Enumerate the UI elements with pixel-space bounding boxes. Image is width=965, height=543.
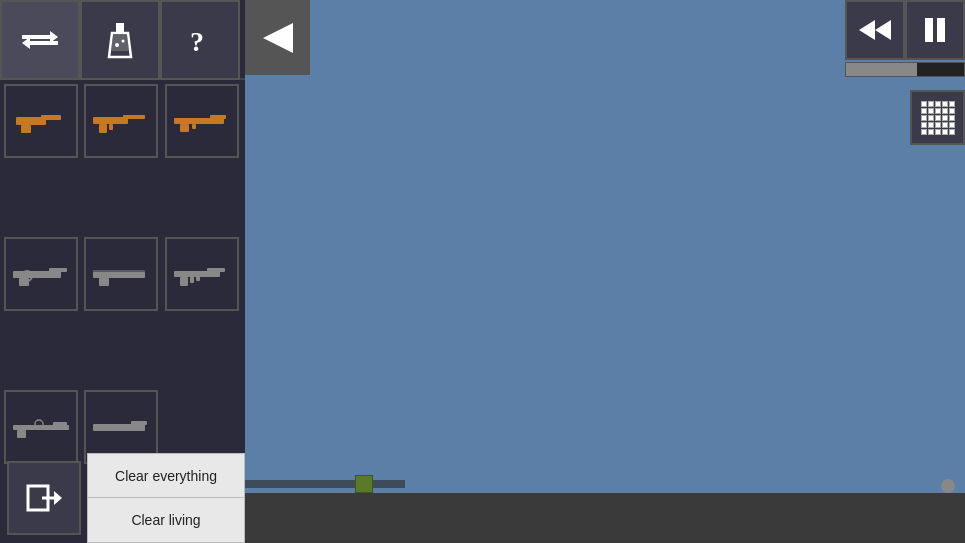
svg-rect-15 [99,124,107,133]
weapon-cell-rifle[interactable] [165,84,239,158]
game-character [355,475,373,493]
weapon-cell-pistol[interactable] [4,84,78,158]
svg-rect-14 [123,115,145,119]
svg-rect-12 [21,125,31,133]
svg-rect-44 [937,18,945,42]
svg-rect-2 [30,41,58,45]
ground-object-line [245,480,405,488]
weapon-cell-shotgun[interactable] [84,237,158,311]
progress-bar[interactable] [845,62,965,77]
svg-point-7 [115,43,119,47]
svg-rect-31 [190,276,194,283]
progress-bar-fill [846,63,917,76]
svg-rect-0 [22,35,50,39]
exit-button[interactable] [7,461,81,535]
weapon-cell-lmg[interactable] [4,237,78,311]
context-menu: Clear everything Clear living [87,453,245,543]
svg-rect-38 [131,421,147,425]
rewind-button[interactable] [845,0,905,60]
svg-rect-19 [180,124,189,132]
playback-controls [845,0,965,60]
svg-rect-27 [99,278,109,286]
bottom-left-area [0,453,87,543]
svg-rect-39 [93,427,145,430]
game-item [941,479,955,493]
svg-rect-20 [192,124,196,129]
clear-living-button[interactable]: Clear living [87,498,245,543]
flask-button[interactable] [80,0,160,80]
svg-rect-22 [49,268,67,272]
grid-icon [921,101,955,135]
weapon-cell-assault-rifle[interactable] [165,237,239,311]
back-button[interactable] [245,0,310,75]
svg-rect-21 [13,271,61,278]
svg-rect-32 [196,276,200,281]
svg-rect-18 [210,115,226,119]
svg-rect-4 [116,23,124,33]
game-area [245,0,965,543]
svg-rect-35 [17,430,26,438]
svg-rect-34 [53,422,67,426]
top-right-controls [845,0,965,77]
svg-marker-42 [875,20,891,40]
top-toolbar: ? [0,0,245,80]
svg-rect-13 [93,117,128,124]
svg-marker-6 [111,35,129,51]
clear-everything-button[interactable]: Clear everything [87,453,245,498]
svg-rect-11 [41,115,61,120]
help-button[interactable]: ? [160,0,240,80]
svg-marker-40 [263,23,293,53]
svg-rect-43 [925,18,933,42]
weapon-cell-smg[interactable] [84,84,158,158]
svg-marker-47 [54,491,62,505]
svg-marker-41 [859,20,875,40]
ground [245,493,965,543]
svg-rect-16 [109,124,113,130]
svg-rect-29 [207,268,225,272]
svg-point-8 [122,40,125,43]
svg-rect-30 [180,277,188,286]
svg-rect-26 [93,270,145,273]
pause-button[interactable] [905,0,965,60]
svg-text:?: ? [190,26,204,57]
swap-button[interactable] [0,0,80,80]
grid-toggle-button[interactable] [910,90,965,145]
